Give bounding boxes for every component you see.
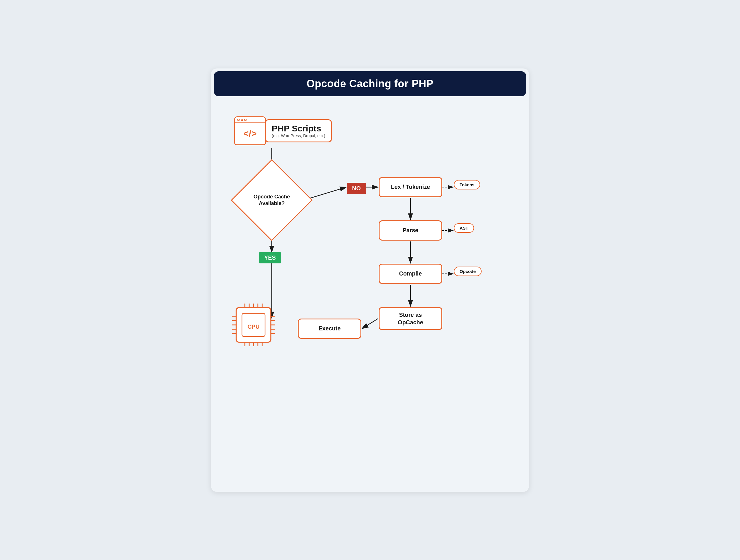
opcode-label: Opcode: [454, 266, 482, 276]
arrows-svg: [211, 99, 529, 474]
header: Opcode Caching for PHP: [214, 71, 526, 96]
cpu-svg: CPU: [230, 301, 278, 349]
dot3: [244, 119, 247, 121]
php-scripts-title: PHP Scripts: [272, 124, 325, 133]
svg-text:CPU: CPU: [248, 324, 260, 330]
tokens-label: Tokens: [454, 180, 480, 190]
browser-dots: [235, 117, 265, 123]
browser-icon: </>: [234, 116, 266, 145]
dot1: [237, 119, 240, 121]
compile-box: Compile: [379, 264, 442, 284]
no-badge: NO: [347, 183, 366, 194]
code-icon: </>: [235, 123, 265, 144]
page-title: Opcode Caching for PHP: [225, 78, 515, 90]
execute-box: Execute: [298, 319, 361, 339]
php-scripts-subtitle: (e.g. WordPress, Drupal, etc.): [272, 133, 325, 138]
cpu-container: CPU: [230, 301, 278, 349]
ast-label: AST: [454, 223, 474, 233]
decision-text: Opcode Cache Available?: [253, 193, 290, 207]
diagram: </> PHP Scripts (e.g. WordPress, Drupal,…: [211, 99, 529, 474]
dot2: [241, 119, 243, 121]
lex-box: Lex / Tokenize: [379, 177, 442, 197]
parse-box: Parse: [379, 220, 442, 241]
php-scripts-group: </> PHP Scripts (e.g. WordPress, Drupal,…: [234, 116, 332, 145]
card: Opcode Caching for PHP: [211, 69, 529, 492]
svg-line-8: [362, 319, 378, 329]
store-box: Store asOpCache: [379, 307, 442, 330]
php-label-box: PHP Scripts (e.g. WordPress, Drupal, etc…: [265, 119, 332, 142]
yes-badge: YES: [259, 252, 281, 263]
decision-diamond-container: Opcode Cache Available?: [240, 169, 303, 232]
